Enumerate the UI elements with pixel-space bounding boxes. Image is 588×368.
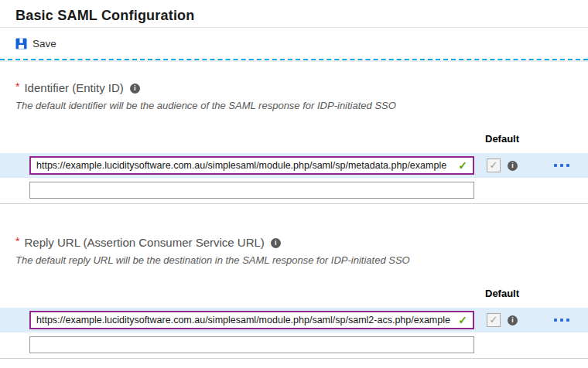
more-options-button[interactable] [552, 315, 571, 325]
reply-url-input-container: ✓ [29, 311, 474, 329]
identifier-url-row: ✓ ✓ i [0, 153, 588, 178]
identifier-section-header: * Identifier (Entity ID) i [15, 80, 573, 96]
default-column-header: Default [485, 133, 588, 145]
identifier-url-input[interactable] [36, 158, 453, 173]
valid-check-icon: ✓ [458, 159, 467, 172]
save-icon [15, 38, 27, 49]
toolbar: Save [0, 28, 588, 59]
default-column-header: Default [485, 288, 588, 300]
ellipsis-dot [554, 164, 557, 167]
save-button-label: Save [32, 38, 56, 49]
reply-url-row: ✓ ✓ i [0, 308, 588, 332]
default-checkbox[interactable]: ✓ [487, 158, 501, 172]
ellipsis-dot [566, 319, 569, 322]
reply-url-empty-input[interactable] [29, 336, 474, 353]
identifier-description: The default identifier will be the audie… [15, 100, 573, 112]
info-icon[interactable]: i [271, 238, 281, 248]
reply-url-section-header: * Reply URL (Assertion Consumer Service … [15, 235, 573, 250]
ellipsis-dot [554, 319, 557, 322]
default-checkbox[interactable]: ✓ [487, 313, 501, 327]
valid-check-icon: ✓ [458, 314, 467, 326]
section-divider [0, 358, 588, 359]
info-icon[interactable]: i [508, 161, 518, 171]
required-asterisk: * [15, 79, 19, 94]
reply-url-section-label: Reply URL (Assertion Consumer Service UR… [24, 235, 264, 250]
required-asterisk: * [15, 233, 19, 249]
info-icon[interactable]: i [130, 83, 140, 94]
identifier-section-label: Identifier (Entity ID) [24, 80, 123, 96]
reply-url-section: * Reply URL (Assertion Consumer Service … [0, 235, 588, 359]
ellipsis-dot [560, 319, 563, 322]
section-divider [0, 203, 588, 204]
info-icon[interactable]: i [508, 315, 518, 325]
reply-url-description: The default reply URL will be the destin… [15, 254, 573, 267]
section-dashed-divider [0, 59, 588, 60]
save-button[interactable]: Save [15, 38, 56, 49]
ellipsis-dot [560, 164, 563, 167]
identifier-section: * Identifier (Entity ID) i The default i… [0, 80, 588, 204]
page-title: Basic SAML Configuration [0, 0, 588, 25]
more-options-button[interactable] [552, 161, 571, 170]
identifier-empty-input[interactable] [29, 182, 474, 199]
reply-url-input[interactable] [36, 312, 453, 328]
ellipsis-dot [566, 164, 569, 167]
identifier-input-container: ✓ [29, 156, 474, 175]
